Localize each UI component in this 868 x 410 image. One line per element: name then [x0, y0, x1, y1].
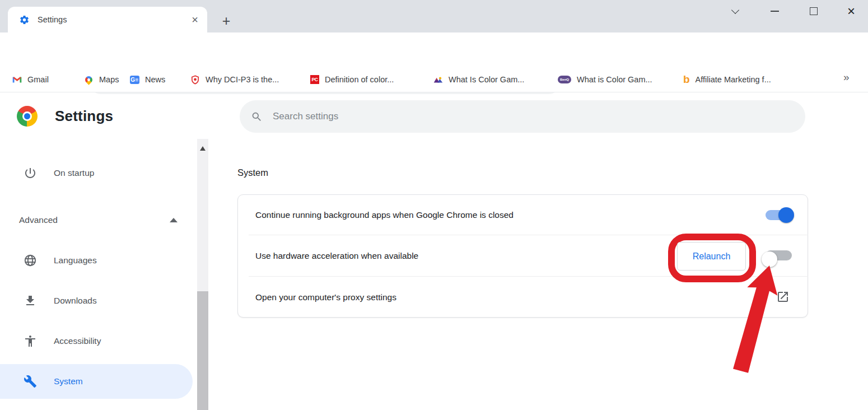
bookmarks-bar: Gmail Maps G≡ News Why DCI-P3 is the... … [0, 67, 868, 92]
tab-close-icon[interactable]: × [192, 14, 198, 25]
bookmark-maps[interactable]: Maps [84, 67, 119, 92]
wrench-icon [24, 375, 37, 388]
tab-search-chevron-icon[interactable] [726, 0, 745, 22]
sidebar-item-system[interactable]: System [0, 364, 193, 399]
power-icon [24, 166, 37, 180]
sidebar-item-on-startup[interactable]: On startup [0, 156, 193, 190]
tab-title: Settings [38, 15, 192, 24]
sidebar-item-accessibility[interactable]: Accessibility [0, 324, 193, 358]
settings-search-bar[interactable] [240, 100, 805, 133]
external-link-icon[interactable] [776, 290, 790, 304]
sidebar-section-advanced[interactable]: Advanced [0, 203, 193, 237]
row-background-apps-label: Continue running background apps when Go… [255, 210, 514, 220]
search-input[interactable] [273, 111, 721, 122]
minimize-button[interactable] [765, 0, 784, 22]
settings-gear-favicon-icon [19, 15, 30, 25]
hardware-acceleration-toggle-thumb[interactable] [762, 251, 777, 267]
gmail-icon [12, 75, 22, 85]
bookmark-news[interactable]: G≡ News [130, 67, 165, 92]
row-proxy-settings-label: Open your computer's proxy settings [255, 292, 396, 302]
section-title-system: System [237, 167, 268, 178]
row-hardware-acceleration-label: Use hardware acceleration when available [255, 251, 418, 261]
bookmark-gmail[interactable]: Gmail [12, 67, 49, 92]
maximize-button[interactable] [804, 0, 823, 22]
globe-icon [24, 254, 37, 267]
sidebar-item-downloads[interactable]: Downloads [0, 283, 193, 318]
browser-window: Settings × + × Chrome chrome://settings/… [0, 0, 868, 410]
google-news-icon: G≡ [130, 76, 139, 84]
background-apps-toggle-thumb[interactable] [778, 207, 794, 223]
bookmark-dci-p3[interactable]: Why DCI-P3 is the... [190, 67, 279, 92]
relaunch-button[interactable]: Relaunch [677, 242, 746, 271]
mountains-icon [433, 75, 443, 85]
collapse-caret-icon [170, 218, 178, 222]
sidebar-item-languages[interactable]: Languages [0, 243, 193, 278]
window-titlebar: Settings × + × [0, 0, 868, 32]
download-icon [24, 294, 37, 308]
bookmark-affiliate[interactable]: b Affiliate Marketing f... [683, 67, 771, 92]
red-shield-icon [190, 75, 200, 85]
search-icon [251, 111, 263, 123]
bookmarks-overflow-icon[interactable]: » [843, 71, 850, 83]
orange-b-icon: b [683, 75, 690, 84]
bookmark-pcmag[interactable]: PC Definition of color... [310, 67, 394, 92]
bookmark-color-gamut-2[interactable]: BenQ What is Color Gam... [558, 67, 652, 92]
browser-toolbar: Chrome chrome://settings/system K S Tool… [0, 32, 868, 67]
accessibility-icon [24, 334, 37, 348]
sidebar-scrollbar-thumb[interactable] [197, 291, 208, 410]
page-title: Settings [55, 108, 113, 125]
window-close-button[interactable]: × [842, 0, 861, 22]
chrome-logo-icon [17, 106, 38, 127]
new-tab-button[interactable]: + [218, 12, 235, 29]
pcmag-icon: PC [310, 75, 319, 84]
scrollbar-up-arrow-icon[interactable] [200, 146, 206, 151]
benq-icon: BenQ [558, 76, 571, 83]
browser-tab-settings[interactable]: Settings × [8, 7, 207, 32]
bookmark-color-gamut-1[interactable]: What Is Color Gam... [433, 67, 524, 92]
maps-pin-icon [84, 75, 94, 85]
